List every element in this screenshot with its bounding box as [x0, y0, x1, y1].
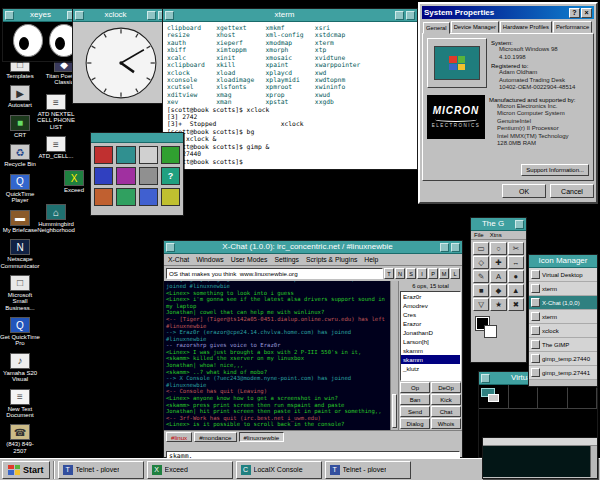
icon-manager-item[interactable]: xclock — [529, 324, 597, 338]
user-list-item[interactable]: JonathanD — [401, 328, 460, 337]
desktop-icon[interactable]: ■ CRT — [0, 115, 40, 138]
taskbar-task-button[interactable]: T Telnet - plover — [58, 461, 144, 479]
launcher-tile[interactable]: ? — [161, 167, 180, 185]
dialog-titlebar[interactable]: System Properties ? × — [422, 6, 594, 19]
pager-cell-3[interactable] — [538, 385, 568, 408]
desktop-icon[interactable]: ▶ Autostart — [0, 85, 40, 108]
icon-manager-item[interactable]: xterm — [529, 282, 597, 296]
channel-mode-button[interactable]: P — [428, 268, 438, 279]
gimp-tool-button[interactable]: ● — [508, 270, 524, 283]
xchat-titlebar[interactable]: X-Chat (1.0.0): irc_concentric.net / #li… — [164, 241, 462, 254]
window-menu-button[interactable] — [166, 243, 175, 252]
channel-mode-button[interactable]: I — [417, 268, 427, 279]
gimp-titlebar[interactable]: The G — [471, 218, 526, 231]
menu-item[interactable]: Xtns — [490, 232, 502, 238]
desktop-icon[interactable]: Q Get QuickTime Pro — [0, 317, 40, 347]
user-list-item[interactable]: skamm — [401, 355, 460, 364]
desktop-icon[interactable]: ▬ My Briefcase — [0, 210, 40, 233]
menu-item[interactable]: Settings — [274, 256, 299, 263]
gimp-tool-button[interactable]: ✖ — [508, 298, 524, 311]
launcher-tile[interactable] — [94, 146, 113, 164]
gimp-tool-button[interactable]: ↔ — [508, 256, 524, 269]
desktop-icon[interactable]: ≡ ATD_CELL... — [36, 136, 76, 159]
help-button[interactable]: ? — [569, 8, 580, 18]
gimp-tool-button[interactable]: A — [490, 270, 506, 283]
minimize-button[interactable] — [147, 11, 156, 20]
icon-manager-item[interactable]: gimp_temp.27441 — [529, 366, 597, 380]
launcher-tile[interactable] — [161, 188, 180, 206]
desktop-icon[interactable]: ≡ New Text Document — [0, 389, 40, 419]
launcher-tile[interactable] — [139, 167, 158, 185]
user-list-item[interactable]: Erazor — [401, 319, 460, 328]
xclock-titlebar[interactable]: xclock — [73, 9, 169, 22]
support-information-button[interactable]: Support Information... — [521, 164, 589, 176]
close-button[interactable]: × — [581, 8, 592, 18]
channel-tab[interactable]: #linux — [166, 432, 192, 442]
chat-scrollbar[interactable] — [390, 281, 398, 430]
iconify-box-icon[interactable] — [531, 326, 540, 335]
iconify-box-icon[interactable] — [531, 284, 540, 293]
minimize-button[interactable] — [395, 11, 404, 20]
user-list[interactable]: Eraz0rAmodrevCresErazorJonathanDLarson[h… — [400, 291, 461, 381]
user-list-item[interactable]: skamm — [401, 346, 460, 355]
channel-mode-button[interactable]: N — [395, 268, 405, 279]
channel-mode-button[interactable]: T — [384, 268, 394, 279]
minimize-button[interactable] — [515, 220, 524, 229]
desktop-icon[interactable]: N Netscape Communicator — [0, 239, 40, 269]
icon-manager-item[interactable]: gimp_temp.27440 — [529, 352, 597, 366]
desktop-icon[interactable]: ⌂ Hummingbird Neighborhood — [36, 204, 76, 234]
gimp-tool-button[interactable]: ■ — [473, 284, 489, 297]
dialog-tab[interactable]: Performance — [553, 21, 592, 33]
icon-manager-item[interactable]: The GIMP — [529, 338, 597, 352]
desktop-icon[interactable]: □ Microsoft Small Business... — [0, 275, 40, 311]
channel-tab[interactable]: #mondance — [194, 432, 236, 442]
taskbar-task-button[interactable]: C LocalX Console — [236, 461, 322, 479]
background-color-swatch[interactable] — [484, 325, 497, 338]
channel-mode-button[interactable]: S — [406, 268, 416, 279]
gimp-tool-button[interactable]: ★ — [490, 298, 506, 311]
action-button[interactable]: DeOp — [431, 382, 461, 393]
launcher-tile[interactable] — [139, 188, 158, 206]
desktop-icon[interactable]: Q QuickTime Player — [0, 174, 40, 204]
minimize-button[interactable] — [440, 243, 449, 252]
terminal-content[interactable]: clipboard xgettext xmkmf xsriresize xhos… — [163, 22, 417, 169]
mini-console-content[interactable] — [483, 446, 597, 477]
user-list-item[interactable]: _klutz — [401, 364, 460, 373]
ok-button[interactable]: OK — [502, 184, 546, 198]
action-button[interactable]: Op — [400, 382, 430, 393]
user-list-item[interactable]: Larson[h] — [401, 337, 460, 346]
menu-item[interactable]: File — [474, 232, 484, 238]
taskbar-task-button[interactable]: X Exceed — [147, 461, 233, 479]
action-button[interactable]: Whois — [431, 418, 461, 429]
gimp-tool-button[interactable]: ▭ — [473, 242, 489, 255]
launcher-titlebar[interactable] — [91, 133, 183, 143]
iconify-box-icon[interactable] — [531, 340, 540, 349]
maximize-button[interactable] — [406, 11, 415, 20]
menu-item[interactable]: User Modes — [231, 256, 268, 263]
gimp-tool-button[interactable]: ▲ — [508, 284, 524, 297]
launcher-tile[interactable] — [94, 167, 113, 185]
channel-mode-button[interactable]: M — [439, 268, 449, 279]
pager-cell-2[interactable] — [509, 385, 539, 408]
taskbar-task-button[interactable]: T Telnet - plover — [325, 461, 411, 479]
mini-console-titlebar[interactable] — [483, 438, 597, 446]
user-list-item[interactable]: Amodrev — [401, 301, 460, 310]
launcher-tile[interactable] — [116, 167, 135, 185]
menu-item[interactable]: Help — [364, 256, 378, 263]
pager-cell-4[interactable] — [568, 385, 598, 408]
scrollbar-thumb[interactable] — [392, 394, 397, 428]
iconify-box-icon[interactable] — [531, 312, 540, 321]
xterm-titlebar[interactable]: xterm — [163, 9, 417, 22]
iconify-box-icon[interactable] — [531, 270, 540, 279]
menu-item[interactable]: Scripts & Plugins — [306, 256, 357, 263]
gimp-tool-button[interactable]: ▽ — [473, 298, 489, 311]
gimp-tool-button[interactable]: ○ — [490, 242, 506, 255]
desktop-icon[interactable]: X Exceed — [54, 170, 94, 193]
user-list-item[interactable]: Cres — [401, 310, 460, 319]
dialog-tab[interactable]: Hardware Profiles — [500, 21, 552, 33]
gimp-tool-button[interactable]: ✂ — [508, 242, 524, 255]
gimp-tool-button[interactable]: ✎ — [473, 270, 489, 283]
start-button[interactable]: Start — [2, 461, 50, 479]
menu-item[interactable]: X-Chat — [168, 256, 189, 263]
action-button[interactable]: Ban — [400, 394, 430, 405]
